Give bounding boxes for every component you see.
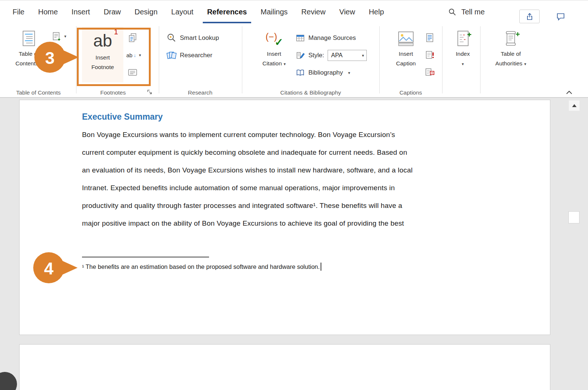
cross-reference-button[interactable] — [424, 66, 435, 79]
bibliography-label: Bibliography — [308, 69, 343, 76]
group-divider — [480, 26, 481, 93]
group-divider — [379, 26, 380, 93]
index-label: Index — [456, 49, 470, 59]
tab-insert[interactable]: Insert — [67, 0, 95, 23]
chevron-down-icon — [40, 59, 42, 69]
document-text-line: major positive impact on the ability of … — [82, 215, 499, 232]
group-label-captions: Captions — [399, 89, 422, 96]
index-button[interactable]: Index — [448, 27, 478, 82]
manage-sources-label: Manage Sources — [308, 34, 356, 42]
share-button[interactable] — [519, 10, 540, 23]
ribbon-tabs: File Home Insert Draw Design Layout Refe… — [8, 0, 389, 23]
toa-label-line1: Table of — [495, 49, 526, 59]
word-window: File Home Insert Draw Design Layout Refe… — [0, 0, 588, 390]
style-value: APA — [331, 52, 343, 59]
footnote-separator — [82, 257, 209, 257]
toc-label-line1: Table of — [16, 49, 42, 59]
table-of-authorities-button[interactable]: Table of Authorities — [487, 27, 535, 82]
insert-footnote-label-line2: Footnote — [91, 62, 114, 72]
insert-caption-label-line2: Caption — [396, 59, 416, 68]
style-label: Style: — [308, 52, 324, 59]
researcher-button[interactable]: Researcher — [166, 49, 212, 62]
tab-draw[interactable]: Draw — [99, 0, 126, 23]
chevron-down-icon — [524, 59, 526, 69]
tab-references[interactable]: References — [203, 0, 252, 23]
index-icon — [454, 29, 472, 48]
tab-review[interactable]: Review — [297, 0, 330, 23]
insert-table-of-figures-button[interactable] — [424, 31, 435, 44]
tab-help[interactable]: Help — [364, 0, 388, 23]
insert-caption-button[interactable]: Insert Caption — [389, 27, 423, 82]
style-row: Style: APA — [295, 49, 367, 62]
chevron-down-icon — [284, 59, 286, 69]
group-label-table-of-contents: Table of Contents — [16, 89, 61, 96]
table-of-figures-icon — [424, 32, 435, 43]
tell-me[interactable]: Tell me — [448, 0, 485, 23]
insert-footnote-button[interactable]: ab 1 Insert Footnote — [82, 27, 123, 82]
group-divider — [76, 26, 76, 93]
show-notes-icon — [127, 67, 138, 78]
smart-lookup-button[interactable]: Smart Lookup — [166, 31, 219, 45]
show-notes-button[interactable] — [127, 66, 138, 79]
search-icon — [448, 8, 456, 16]
bibliography-button[interactable]: Bibliography — [295, 66, 350, 79]
document-text-line: Intranet. Expected benefits include auto… — [82, 179, 499, 197]
text-cursor — [321, 263, 321, 271]
update-table-button[interactable] — [424, 49, 435, 61]
tab-layout[interactable]: Layout — [167, 0, 198, 23]
chevron-down-icon — [348, 71, 351, 75]
group-divider — [159, 26, 159, 93]
add-text-button[interactable] — [51, 30, 66, 42]
group-label-citations: Citations & Bibliography — [280, 89, 341, 96]
chevron-down-icon — [362, 53, 364, 58]
tell-me-label: Tell me — [461, 8, 485, 16]
chevron-down-icon — [139, 53, 141, 58]
tab-file[interactable]: File — [8, 0, 29, 23]
document-text-line: productivity and quality through faster … — [82, 197, 499, 215]
table-of-authorities-icon — [502, 29, 520, 48]
manage-sources-icon — [295, 33, 305, 43]
table-of-contents-icon — [20, 29, 38, 48]
group-divider — [442, 26, 442, 93]
next-footnote-button[interactable]: ab — [126, 49, 141, 61]
chevron-down-icon — [64, 34, 66, 39]
document-text-line: an evaluation of its needs, Bon Voyage E… — [82, 161, 499, 179]
insert-citation-icon — [265, 30, 283, 48]
footnote-text: ¹ The benefits are an estimation based o… — [82, 263, 321, 271]
ribbon-tab-bar: File Home Insert Draw Design Layout Refe… — [0, 0, 588, 23]
tab-design[interactable]: Design — [130, 0, 162, 23]
tab-home[interactable]: Home — [34, 0, 62, 23]
group-label-research: Research — [188, 89, 212, 96]
cross-reference-icon — [424, 67, 435, 78]
document-text-line: current computer equipment is quickly be… — [82, 144, 499, 161]
add-text-icon — [51, 31, 61, 41]
comment-icon — [556, 12, 565, 21]
collapse-ribbon-button[interactable] — [564, 88, 575, 96]
document-text-line: Bon Voyage Excursions wants to implement… — [82, 126, 499, 144]
chevron-down-icon — [462, 59, 464, 69]
tab-mailings[interactable]: Mailings — [256, 0, 292, 23]
scrollbar-thumb[interactable] — [568, 211, 580, 223]
insert-endnote-button[interactable] — [127, 31, 138, 44]
update-table-icon — [424, 49, 435, 61]
manage-sources-button[interactable]: Manage Sources — [295, 31, 356, 45]
comments-button[interactable] — [554, 11, 568, 22]
group-divider — [242, 26, 242, 93]
bibliography-icon — [295, 68, 305, 78]
toa-label-line2: Authorities — [495, 60, 522, 66]
insert-caption-icon — [397, 29, 415, 48]
footnotes-dialog-launcher[interactable] — [146, 89, 153, 95]
document-page-2[interactable] — [19, 344, 550, 390]
tab-view[interactable]: View — [335, 0, 359, 23]
group-label-footnotes: Footnotes — [100, 89, 126, 96]
insert-endnote-icon — [127, 32, 138, 43]
insert-citation-button[interactable]: Insert Citation — [256, 27, 293, 82]
next-footnote-icon: ab — [126, 52, 133, 58]
style-select[interactable]: APA — [328, 50, 367, 61]
table-of-contents-button[interactable]: Table of Contents — [8, 27, 49, 82]
smart-lookup-icon — [166, 33, 177, 43]
document-body: Bon Voyage Excursions wants to implement… — [82, 126, 499, 232]
insert-citation-label-line1: Insert — [262, 49, 286, 59]
insert-footnote-label-line1: Insert — [91, 53, 114, 62]
scroll-up-button[interactable] — [569, 100, 580, 111]
